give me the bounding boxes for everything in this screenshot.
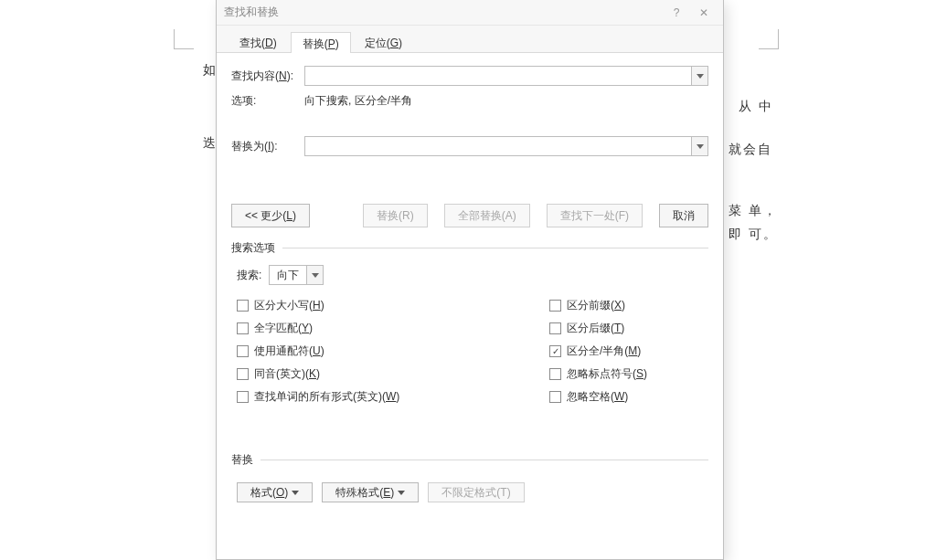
replace-combo: [304, 136, 708, 156]
checkbox-label: 忽略标点符号(S): [567, 366, 647, 382]
checkbox-right-4[interactable]: 忽略空格(W): [549, 389, 708, 405]
bg-text: 即 可。: [729, 227, 778, 243]
checkbox-label: 全字匹配(Y): [254, 321, 313, 336]
search-options-legend: 搜索选项: [231, 240, 275, 256]
replace-button[interactable]: 替换(R): [363, 204, 428, 227]
tab-find[interactable]: 查找(D): [228, 31, 289, 52]
checkbox-right-0[interactable]: 区分前缀(X): [549, 298, 708, 313]
checkbox-label: 区分前缀(X): [567, 298, 625, 313]
chevron-down-icon: [697, 144, 704, 149]
dialog-body: 查找内容(N): 选项: 向下搜索, 区分全/半角 替换为(I): <: [217, 53, 723, 526]
chevron-down-icon: [398, 491, 405, 495]
button-row: << 更少(L) 替换(R) 全部替换(A) 查找下一处(F) 取消: [231, 195, 708, 240]
dialog-tabs: 查找(D) 替换(P) 定位(G): [217, 26, 723, 53]
checkbox-box-icon: [549, 345, 561, 357]
page-corner-tl: [174, 29, 194, 49]
less-button[interactable]: << 更少(L): [231, 204, 310, 227]
chevron-down-icon: [697, 74, 704, 79]
checkbox-label: 区分大小写(H): [254, 298, 324, 313]
checkbox-box-icon: [549, 322, 561, 334]
replace-all-button[interactable]: 全部替换(A): [444, 204, 530, 227]
search-direction-dropdown-button[interactable]: [306, 266, 323, 284]
replace-row: 替换为(I):: [231, 136, 708, 156]
checkbox-box-icon: [237, 368, 249, 380]
bg-text: 从 中: [739, 99, 773, 115]
bg-text: 菜 单，: [729, 203, 778, 219]
find-row: 查找内容(N):: [231, 66, 708, 86]
replace-input[interactable]: [305, 137, 691, 155]
chevron-down-icon: [292, 491, 299, 495]
checkbox-label: 区分后缀(T): [567, 321, 624, 336]
tab-goto[interactable]: 定位(G): [353, 31, 414, 52]
dialog-titlebar[interactable]: 查找和替换 ? ✕: [217, 0, 723, 26]
checkbox-label: 查找单词的所有形式(英文)(W): [254, 389, 399, 405]
checkbox-left-1[interactable]: 全字匹配(Y): [237, 321, 544, 336]
find-replace-dialog: 查找和替换 ? ✕ 查找(D) 替换(P) 定位(G) 查找内容(N): 选项:…: [216, 0, 724, 560]
format-button[interactable]: 格式(O): [237, 482, 313, 502]
replace-label: 替换为(I):: [231, 139, 304, 154]
checkbox-box-icon: [549, 391, 561, 403]
help-icon: ?: [674, 6, 680, 19]
checkbox-right-1[interactable]: 区分后缀(T): [549, 321, 708, 336]
options-value: 向下搜索, 区分全/半角: [304, 93, 412, 109]
page-corner-tr: [759, 29, 779, 49]
checkbox-right-3[interactable]: 忽略标点符号(S): [549, 366, 708, 382]
checkbox-label: 区分全/半角(M): [567, 343, 641, 359]
checkbox-right-2[interactable]: 区分全/半角(M): [549, 343, 708, 359]
find-combo: [304, 66, 708, 86]
close-icon: ✕: [699, 6, 708, 19]
search-direction-value: 向下: [270, 266, 306, 284]
chevron-down-icon: [312, 273, 319, 278]
replace-format-group: 替换 格式(O) 特殊格式(E) 不限定格式(T): [231, 452, 708, 502]
checkbox-left-0[interactable]: 区分大小写(H): [237, 298, 544, 313]
checkbox-left-4[interactable]: 查找单词的所有形式(英文)(W): [237, 389, 544, 405]
checkbox-box-icon: [549, 368, 561, 380]
checkbox-label: 使用通配符(U): [254, 343, 324, 359]
help-button[interactable]: ?: [663, 3, 690, 23]
checkbox-box-icon: [237, 300, 249, 312]
close-button[interactable]: ✕: [690, 3, 718, 23]
checkbox-box-icon: [237, 322, 249, 334]
options-label: 选项:: [231, 93, 304, 109]
find-dropdown-button[interactable]: [691, 67, 707, 85]
find-label: 查找内容(N):: [231, 69, 304, 84]
checkbox-left-3[interactable]: 同音(英文)(K): [237, 366, 544, 382]
special-format-button[interactable]: 特殊格式(E): [322, 482, 419, 502]
no-format-button[interactable]: 不限定格式(T): [428, 482, 524, 502]
find-input[interactable]: [305, 67, 691, 85]
checkbox-box-icon: [237, 391, 249, 403]
replace-format-legend: 替换: [231, 452, 253, 468]
find-next-button[interactable]: 查找下一处(F): [547, 204, 643, 227]
checkbox-label: 忽略空格(W): [567, 389, 628, 405]
options-row: 选项: 向下搜索, 区分全/半角: [231, 93, 708, 109]
checkbox-label: 同音(英文)(K): [254, 366, 320, 382]
search-direction-label: 搜索:: [237, 268, 261, 283]
tab-replace[interactable]: 替换(P): [291, 32, 351, 53]
cancel-button[interactable]: 取消: [659, 204, 708, 227]
search-direction-select[interactable]: 向下: [269, 265, 324, 285]
checkbox-columns: 区分大小写(H)全字匹配(Y)使用通配符(U)同音(英文)(K)查找单词的所有形…: [231, 298, 708, 405]
checkbox-left-2[interactable]: 使用通配符(U): [237, 343, 544, 359]
replace-dropdown-button[interactable]: [691, 137, 707, 155]
dialog-title: 查找和替换: [224, 5, 663, 20]
checkbox-box-icon: [237, 345, 249, 357]
search-options-group: 搜索选项 搜索: 向下 区分大小写(H)全字匹配(Y)使用通配符(U)同音(英文…: [231, 240, 708, 405]
bg-text: 就会自: [729, 142, 772, 158]
search-direction-row: 搜索: 向下: [231, 265, 708, 285]
checkbox-box-icon: [549, 300, 561, 312]
